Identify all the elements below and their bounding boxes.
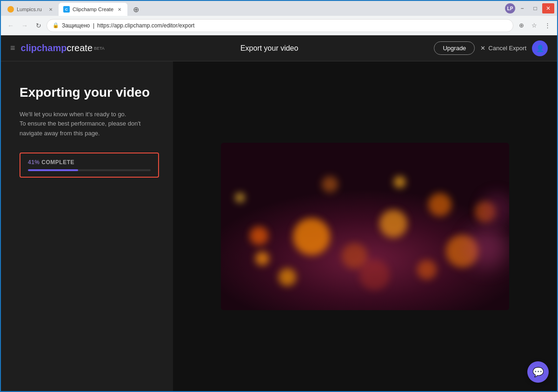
app-logo: clipchamp create BETA [21, 43, 105, 53]
tab-strip: Lumpics.ru ✕ C Clipchamp Create ✕ ⊕ [1, 1, 142, 16]
cancel-export-label: Cancel Export [488, 45, 526, 52]
export-desc-line1: We'll let you know when it's ready to go… [20, 111, 126, 118]
user-avatar-icon: 👤 [536, 45, 544, 52]
main-content: Exporting your video We'll let you know … [1, 61, 557, 391]
header-actions: Upgrade ✕ Cancel Export 👤 [434, 40, 548, 56]
export-title: Exporting your video [20, 85, 159, 100]
new-tab-button[interactable]: ⊕ [129, 3, 142, 16]
logo-clipchamp-text: clipchamp [21, 43, 67, 53]
video-background [221, 143, 509, 310]
close-button[interactable]: ✕ [542, 3, 554, 13]
tab-clipchamp-label: Clipchamp Create [73, 7, 113, 12]
user-avatar[interactable]: 👤 [532, 40, 548, 56]
header-title: Export your video [240, 44, 299, 53]
new-tab-icon: ⊕ [133, 5, 139, 14]
address-bar: ← → ↻ 🔒 Защищено | https://app.clipchamp… [1, 16, 557, 35]
progress-percent: 41% [28, 159, 41, 166]
forward-button[interactable]: → [19, 20, 31, 32]
menu-button[interactable]: ⋮ [541, 20, 553, 32]
logo-beta-text: BETA [94, 46, 105, 51]
bookmark-button[interactable]: ☆ [528, 20, 540, 32]
app-header: ≡ clipchamp create BETA Export your vide… [1, 35, 557, 61]
clipchamp-favicon: C [63, 6, 70, 13]
progress-complete-text: COMPLETE [41, 159, 74, 166]
progress-fill [28, 169, 78, 171]
app-content: ≡ clipchamp create BETA Export your vide… [1, 35, 557, 391]
tab-clipchamp[interactable]: C Clipchamp Create ✕ [59, 3, 127, 16]
header-center: Export your video [105, 44, 434, 53]
cancel-icon: ✕ [480, 45, 485, 52]
window-controls: LP − □ ✕ [505, 1, 557, 16]
minimize-button[interactable]: − [516, 3, 528, 13]
progress-label: 41% COMPLETE [28, 159, 151, 166]
export-desc-line2: To ensure the best performance, please d… [20, 120, 140, 137]
lock-icon: 🔒 [53, 22, 59, 28]
progress-box: 41% COMPLETE [20, 153, 159, 178]
lumpics-favicon [7, 6, 14, 13]
left-panel: Exporting your video We'll let you know … [1, 61, 173, 391]
tab-lumpics[interactable]: Lumpics.ru ✕ [3, 3, 59, 16]
url-text: https://app.clipchamp.com/editor/export [97, 22, 194, 29]
upgrade-button[interactable]: Upgrade [434, 41, 475, 55]
video-preview [221, 143, 509, 310]
right-panel: 💬 [173, 61, 557, 391]
back-button[interactable]: ← [5, 20, 17, 32]
tab-lumpics-close[interactable]: ✕ [47, 6, 54, 13]
logo-create-text: create [66, 43, 93, 53]
address-actions: ⊕ ☆ ⋮ [515, 20, 553, 32]
export-description: We'll let you know when it's ready to go… [20, 110, 159, 139]
tab-clipchamp-close[interactable]: ✕ [116, 6, 123, 13]
progress-track [28, 169, 151, 171]
url-prefix-text: Защищено | [62, 22, 94, 29]
title-bar: Lumpics.ru ✕ C Clipchamp Create ✕ ⊕ LP −… [1, 1, 557, 16]
cancel-export-button[interactable]: ✕ Cancel Export [480, 45, 526, 52]
tab-lumpics-label: Lumpics.ru [17, 7, 42, 12]
chat-icon: 💬 [532, 366, 544, 378]
chat-bubble[interactable]: 💬 [527, 361, 549, 383]
translate-button[interactable]: ⊕ [515, 20, 527, 32]
url-bar[interactable]: 🔒 Защищено | https://app.clipchamp.com/e… [46, 19, 513, 32]
maximize-button[interactable]: □ [529, 3, 541, 13]
hamburger-icon[interactable]: ≡ [10, 43, 15, 53]
reload-button[interactable]: ↻ [33, 20, 45, 32]
browser-user-avatar[interactable]: LP [505, 3, 515, 13]
browser-window: Lumpics.ru ✕ C Clipchamp Create ✕ ⊕ LP −… [0, 0, 558, 392]
